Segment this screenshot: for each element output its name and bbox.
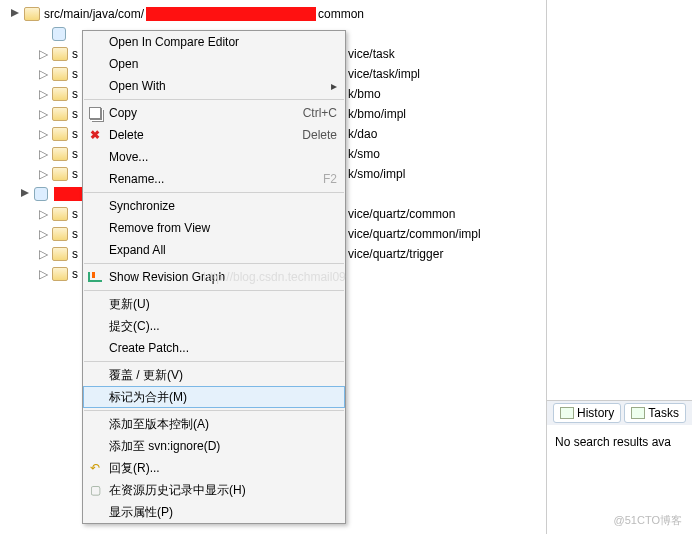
tree-label-trunc: s (72, 247, 78, 261)
tree-label-trunc: s (72, 67, 78, 81)
menu-add-version-control: 添加至版本控制(A) (83, 413, 345, 435)
menu-rename: Rename...F2 (83, 168, 345, 190)
tree-label-trunc: s (72, 147, 78, 161)
redacted-bar (146, 7, 316, 21)
no-results-text: No search results ava (547, 425, 692, 459)
context-menu: Open In Compare Editor Open Open With Co… (82, 30, 346, 524)
file-icon (52, 27, 66, 41)
collapse-arrow-icon: ▷ (34, 167, 52, 181)
collapse-arrow-icon: ▷ (34, 87, 52, 101)
menu-delete[interactable]: ✖DeleteDelete (83, 124, 345, 146)
menu-open-compare[interactable]: Open In Compare Editor (83, 31, 345, 53)
tree-label-suffix: vice/task (348, 47, 395, 61)
collapse-arrow-icon: ▷ (34, 247, 52, 261)
tree-label-trunc: s (72, 267, 78, 281)
collapse-arrow-icon: ▷ (34, 47, 52, 61)
folder-icon (52, 167, 68, 181)
menu-update[interactable]: 更新(U) (83, 293, 345, 315)
tree-label-suffix: vice/quartz/trigger (348, 247, 443, 261)
menu-add-svn-ignore: 添加至 svn:ignore(D) (83, 435, 345, 457)
tree-label-trunc: s (72, 167, 78, 181)
tree-label-suffix: vice/task/impl (348, 67, 420, 81)
tab-tasks[interactable]: Tasks (624, 403, 686, 423)
menu-expand-all[interactable]: Expand All (83, 239, 345, 261)
folder-icon (52, 207, 68, 221)
menu-create-patch[interactable]: Create Patch... (83, 337, 345, 359)
project-icon (34, 187, 48, 201)
menu-revision-graph[interactable]: Show Revision Graphhttp://blog.csdn.tech… (83, 266, 345, 288)
folder-icon (52, 47, 68, 61)
tree-label-suffix: vice/quartz/common/impl (348, 227, 481, 241)
menu-revert[interactable]: ↶回复(R)... (83, 457, 345, 479)
tasks-icon (631, 407, 645, 419)
tree-label-trunc: s (72, 87, 78, 101)
folder-icon (52, 67, 68, 81)
history-icon (560, 407, 574, 419)
tree-label-suffix: k/bmo (348, 87, 381, 101)
folder-icon (52, 87, 68, 101)
tree-label-trunc: s (72, 47, 78, 61)
root-prefix: src/main/java/com/ (44, 7, 144, 21)
collapse-arrow-icon: ▷ (34, 267, 52, 281)
collapse-arrow-icon: ▷ (34, 227, 52, 241)
tab-history[interactable]: History (553, 403, 621, 423)
revert-icon: ↶ (87, 460, 103, 476)
svg-marker-1 (21, 189, 29, 197)
tree-label-suffix: k/smo (348, 147, 380, 161)
folder-icon (52, 107, 68, 121)
root-suffix: common (318, 7, 364, 21)
graph-icon (87, 269, 103, 285)
menu-mark-merged[interactable]: 标记为合并(M) (83, 386, 345, 408)
tree-label-suffix: k/bmo/impl (348, 107, 406, 121)
tree-label-suffix: k/dao (348, 127, 377, 141)
collapse-arrow-icon: ▷ (34, 67, 52, 81)
menu-show-in-history[interactable]: ▢在资源历史记录中显示(H) (83, 479, 345, 501)
menu-override-update[interactable]: 覆盖 / 更新(V) (83, 364, 345, 386)
svg-marker-0 (11, 9, 19, 17)
tree-label-trunc: s (72, 107, 78, 121)
folder-icon (52, 127, 68, 141)
bottom-tabs: History Tasks (547, 400, 692, 425)
folder-icon (52, 247, 68, 261)
collapse-arrow-icon: ▷ (34, 147, 52, 161)
tree-label-trunc: s (72, 127, 78, 141)
menu-open-with[interactable]: Open With (83, 75, 345, 97)
menu-remove-from-view[interactable]: Remove from View (83, 217, 345, 239)
expanded-arrow-icon (10, 8, 20, 18)
tree-label-trunc: s (72, 207, 78, 221)
tree-label-suffix: k/smo/impl (348, 167, 405, 181)
menu-copy[interactable]: CopyCtrl+C (83, 102, 345, 124)
collapse-arrow-icon: ▷ (34, 207, 52, 221)
menu-show-properties: 显示属性(P) (83, 501, 345, 523)
folder-icon (52, 147, 68, 161)
history-icon: ▢ (87, 482, 103, 498)
expanded-arrow-icon (20, 188, 30, 198)
right-panel: History Tasks No search results ava (547, 0, 692, 534)
menu-commit: 提交(C)... (83, 315, 345, 337)
menu-synchronize[interactable]: Synchronize (83, 195, 345, 217)
folder-icon (24, 7, 40, 21)
folder-icon (52, 227, 68, 241)
copy-icon (87, 105, 103, 121)
menu-move: Move... (83, 146, 345, 168)
collapse-arrow-icon: ▷ (34, 127, 52, 141)
folder-icon (52, 267, 68, 281)
collapse-arrow-icon: ▷ (34, 107, 52, 121)
watermark: @51CTO博客 (614, 513, 682, 528)
tree-label-suffix: vice/quartz/common (348, 207, 455, 221)
tree-label-trunc: s (72, 227, 78, 241)
delete-icon: ✖ (87, 127, 103, 143)
menu-open[interactable]: Open (83, 53, 345, 75)
tree-root[interactable]: src/main/java/com/ common (6, 4, 546, 24)
